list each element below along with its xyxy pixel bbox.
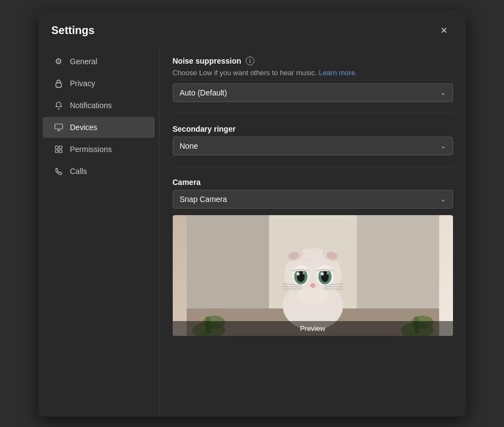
camera-title: Camera	[173, 178, 453, 187]
settings-dialog: Settings ✕ ⚙ General Privacy	[38, 10, 466, 417]
secondary-ringer-value: None	[180, 142, 198, 150]
camera-section: Camera Snap Camera ⌄	[173, 167, 453, 347]
sidebar-item-calls[interactable]: Calls	[43, 161, 155, 182]
sidebar-item-general[interactable]: ⚙ General	[43, 51, 155, 72]
svg-point-31	[320, 272, 324, 276]
camera-dropdown[interactable]: Snap Camera ⌄	[173, 190, 453, 209]
close-button[interactable]: ✕	[435, 21, 453, 39]
sidebar: ⚙ General Privacy	[38, 46, 159, 417]
sidebar-item-permissions[interactable]: Permissions	[43, 139, 155, 160]
grid-icon	[54, 144, 64, 154]
chevron-down-icon: ⌄	[440, 89, 446, 97]
learn-more-link[interactable]: Learn more.	[319, 69, 357, 77]
secondary-ringer-dropdown[interactable]: None ⌄	[173, 137, 453, 155]
svg-point-32	[326, 272, 329, 274]
sidebar-item-devices[interactable]: Devices	[43, 117, 155, 138]
svg-point-33	[310, 283, 315, 288]
svg-rect-1	[55, 124, 63, 129]
noise-suppression-value: Auto (Default)	[180, 88, 227, 97]
svg-rect-4	[55, 150, 58, 153]
chevron-down-icon: ⌄	[440, 195, 446, 203]
monitor-icon	[54, 122, 64, 132]
dialog-header: Settings ✕	[38, 10, 466, 46]
sidebar-label-devices: Devices	[70, 123, 98, 132]
preview-label: Preview	[173, 321, 453, 336]
chevron-down-icon: ⌄	[440, 142, 446, 150]
svg-rect-5	[59, 150, 62, 153]
lock-icon	[54, 78, 64, 88]
svg-rect-2	[55, 146, 58, 149]
phone-icon	[54, 166, 64, 176]
info-icon[interactable]: i	[246, 57, 254, 65]
svg-point-41	[296, 288, 329, 305]
bell-icon	[54, 100, 64, 110]
svg-rect-3	[59, 146, 62, 149]
camera-value: Snap Camera	[180, 195, 227, 204]
dialog-body: ⚙ General Privacy	[38, 46, 466, 417]
secondary-ringer-section: Secondary ringer None ⌄	[173, 114, 453, 167]
sidebar-item-privacy[interactable]: Privacy	[43, 73, 155, 94]
sidebar-label-general: General	[70, 57, 98, 66]
sidebar-label-notifications: Notifications	[70, 101, 112, 110]
gear-icon: ⚙	[54, 57, 64, 66]
camera-preview-inner	[173, 215, 453, 336]
sidebar-item-notifications[interactable]: Notifications	[43, 95, 155, 116]
dialog-title: Settings	[52, 24, 95, 37]
svg-rect-0	[56, 83, 61, 87]
noise-suppression-title: Noise suppression i	[173, 57, 453, 65]
noise-suppression-section: Noise suppression i Choose Low if you wa…	[173, 46, 453, 114]
noise-suppression-description: Choose Low if you want others to hear mu…	[173, 69, 453, 77]
sidebar-label-permissions: Permissions	[70, 145, 112, 154]
modal-overlay: Settings ✕ ⚙ General Privacy	[0, 0, 504, 427]
svg-point-26	[296, 272, 299, 276]
camera-preview: Preview	[173, 215, 453, 336]
content-area: Noise suppression i Choose Low if you wa…	[159, 46, 466, 417]
noise-suppression-dropdown[interactable]: Auto (Default) ⌄	[173, 83, 453, 102]
sidebar-label-privacy: Privacy	[70, 79, 95, 88]
sidebar-label-calls: Calls	[70, 167, 87, 176]
svg-point-27	[302, 272, 304, 274]
secondary-ringer-title: Secondary ringer	[173, 125, 453, 133]
